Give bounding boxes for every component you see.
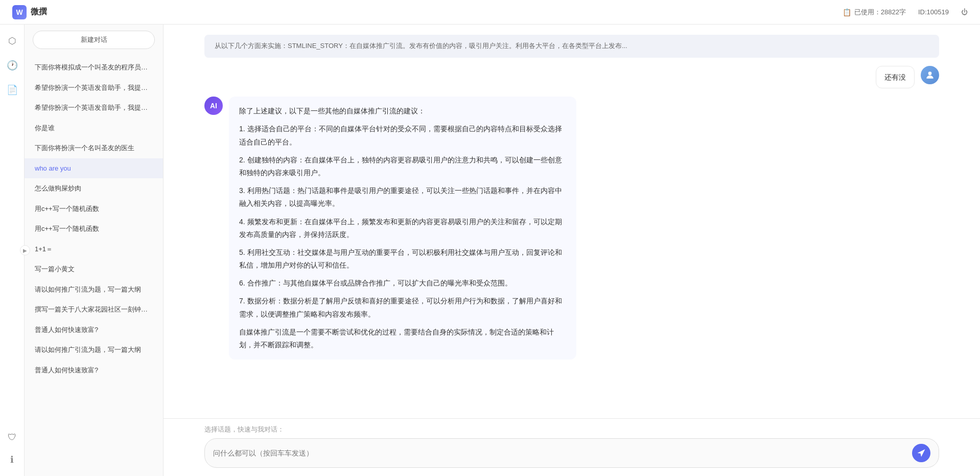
- conversation-item[interactable]: 希望你扮演一个英语发音助手，我提供给你...: [25, 98, 163, 118]
- sidebar-icon-clock[interactable]: 🕐: [4, 57, 20, 74]
- conversation-list: 下面你将模拟成一个叫圣友的程序员，我说...希望你扮演一个英语发音助手，我提供给…: [25, 55, 163, 476]
- sidebar-icon-doc[interactable]: 📄: [4, 82, 20, 98]
- usage-label: 已使用：28822字: [854, 8, 906, 17]
- user-avatar: [921, 66, 939, 84]
- logo: W 微撰: [12, 5, 47, 19]
- previous-message-snippet: 从以下几个方面来实施：STMLINE_STORY：在自媒体推广引流。发布有价值的…: [204, 35, 939, 58]
- input-area: 选择话题，快速与我对话：: [164, 418, 980, 476]
- power-icon[interactable]: ⏻: [961, 8, 968, 16]
- ai-paragraph: 1. 选择适合自己的平台：不同的自媒体平台针对的受众不同，需要根据自己的内容特点…: [239, 123, 566, 148]
- conversation-item[interactable]: 请以如何推广引流为题，写一篇大纲: [25, 340, 163, 360]
- chat-messages: 从以下几个方面来实施：STMLINE_STORY：在自媒体推广引流。发布有价值的…: [164, 25, 980, 418]
- ai-paragraph: 2. 创建独特的内容：在自媒体平台上，独特的内容更容易吸引用户的注意力和共鸣，可…: [239, 154, 566, 179]
- conversation-item[interactable]: 普通人如何快速致富?: [25, 320, 163, 340]
- ai-paragraph: 自媒体推广引流是一个需要不断尝试和优化的过程，需要结合自身的实际情况，制定合适的…: [239, 326, 566, 351]
- chat-area: 从以下几个方面来实施：STMLINE_STORY：在自媒体推广引流。发布有价值的…: [164, 25, 980, 476]
- conversation-item[interactable]: 写一篇小黄文: [25, 259, 163, 279]
- ai-paragraph: 除了上述建议，以下是一些其他的自媒体推广引流的建议：: [239, 105, 566, 117]
- ai-message-row: AI 除了上述建议，以下是一些其他的自媒体推广引流的建议：1. 选择适合自己的平…: [204, 97, 939, 360]
- conversation-item[interactable]: 下面你将模拟成一个叫圣友的程序员，我说...: [25, 57, 163, 78]
- ai-paragraph: 3. 利用热门话题：热门话题和事件是吸引用户的重要途径，可以关注一些热门话题和事…: [239, 184, 566, 210]
- conversation-item[interactable]: 普通人如何快速致富?: [25, 360, 163, 380]
- conversation-item[interactable]: 希望你扮演一个英语发音助手，我提供给你...: [25, 78, 163, 98]
- conversation-item[interactable]: 下面你将扮演一个名叫圣友的医生: [25, 138, 163, 158]
- ai-paragraph: 4. 频繁发布和更新：在自媒体平台上，频繁发布和更新的内容更容易吸引用户的关注和…: [239, 216, 566, 241]
- conversation-item[interactable]: 用c++写一个随机函数: [25, 199, 163, 219]
- conversation-item[interactable]: 你是谁: [25, 118, 163, 138]
- conversation-item[interactable]: 撰写一篇关于八大家花园社区一刻钟便民生...: [25, 299, 163, 320]
- user-id: ID:100519: [918, 8, 949, 16]
- usage-icon: 📋: [843, 8, 851, 16]
- main-layout: ⬡ 🕐 📄 ▶ 🛡 ℹ 新建对话 下面你将模拟成一个叫圣友的程序员，我说...希…: [0, 25, 980, 476]
- new-conversation-button[interactable]: 新建对话: [33, 31, 155, 49]
- input-row: [204, 438, 939, 468]
- logo-text: 微撰: [31, 7, 47, 17]
- sidebar-icon-info[interactable]: ℹ: [4, 451, 20, 468]
- icon-sidebar: ⬡ 🕐 📄 ▶ 🛡 ℹ: [0, 25, 25, 476]
- logo-icon: W: [12, 5, 27, 19]
- sidebar-collapse-arrow[interactable]: ▶: [20, 245, 30, 255]
- ai-bubble: 除了上述建议，以下是一些其他的自媒体推广引流的建议：1. 选择适合自己的平台：不…: [229, 97, 576, 360]
- user-bubble: 还有没: [876, 66, 915, 88]
- conversation-item[interactable]: 1+1＝: [25, 239, 163, 259]
- ai-paragraph: 7. 数据分析：数据分析是了解用户反馈和喜好的重要途径，可以分析用户行为和数据，…: [239, 295, 566, 320]
- usage-info: 📋 已使用：28822字: [843, 8, 906, 17]
- icon-sidebar-bottom: 🛡 ℹ: [4, 429, 20, 468]
- send-button[interactable]: [912, 444, 930, 462]
- header-right: 📋 已使用：28822字 ID:100519 ⏻: [843, 8, 968, 17]
- header: W 微撰 📋 已使用：28822字 ID:100519 ⏻: [0, 0, 980, 25]
- ai-avatar: AI: [204, 97, 223, 115]
- conversation-item[interactable]: 用c++写一个随机函数: [25, 219, 163, 239]
- ai-paragraph: 6. 合作推广：与其他自媒体平台或品牌合作推广，可以扩大自己的曝光率和受众范围。: [239, 277, 566, 290]
- conversation-item[interactable]: 请以如何推广引流为题，写一篇大纲: [25, 279, 163, 300]
- chat-input[interactable]: [213, 449, 908, 457]
- sidebar-icon-hexagon[interactable]: ⬡: [4, 33, 20, 49]
- conversation-sidebar: 新建对话 下面你将模拟成一个叫圣友的程序员，我说...希望你扮演一个英语发音助手…: [25, 25, 164, 476]
- conversation-item[interactable]: 怎么做狗屎炒肉: [25, 178, 163, 199]
- topic-select-label: 选择话题，快速与我对话：: [204, 425, 939, 434]
- user-message-row: 还有没: [204, 66, 939, 88]
- svg-point-0: [928, 72, 932, 75]
- ai-paragraph: 5. 利用社交互动：社交媒体是与用户互动的重要平台，可以积极利用社交媒体与用户互…: [239, 246, 566, 272]
- conversation-item[interactable]: who are you: [25, 158, 163, 179]
- sidebar-icon-shield[interactable]: 🛡: [4, 429, 20, 445]
